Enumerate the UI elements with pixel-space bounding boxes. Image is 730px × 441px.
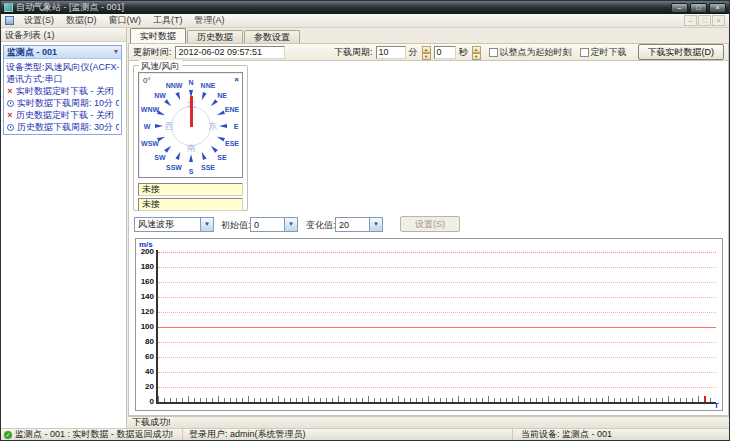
device-info-line: 设备类型:风速风向仪(ACFX-4) xyxy=(6,61,119,73)
x-axis-label: T xyxy=(714,402,719,410)
gridline-120 xyxy=(158,312,716,313)
child-minimize-icon[interactable]: – xyxy=(684,15,697,26)
device-card-body: 设备类型:风速风向仪(ACFX-4) 通讯方式:串口 × 实时数据定时下载 - … xyxy=(4,59,121,135)
y-axis xyxy=(156,250,158,404)
history-period-text: 历史数据下载周期: 30分 0秒 xyxy=(17,121,119,133)
change-value-select[interactable]: 20 ▼ xyxy=(335,217,383,232)
wind-speed-field: 未接 xyxy=(138,183,243,196)
wind-direction-field: 未接 xyxy=(138,198,243,211)
minutes-unit-label: 分 xyxy=(409,46,418,59)
chevron-down-icon[interactable]: ▼ xyxy=(284,218,297,231)
compass-point-label: WSW xyxy=(141,140,159,147)
compass-point-label: WNW xyxy=(141,106,159,113)
clock-icon xyxy=(7,100,14,107)
maximize-button[interactable]: □ xyxy=(690,3,707,13)
device-info-line: 历史数据下载周期: 30分 0秒 xyxy=(6,121,119,133)
cardinal-west-label: 西 xyxy=(165,120,174,133)
device-list-panel: 设备列表 (1) 监测点 - 001 ▾ 设备类型:风速风向仪(ACFX-4) … xyxy=(1,28,127,428)
chevron-down-icon[interactable]: ▼ xyxy=(200,218,213,231)
y-tick-label: 60 xyxy=(136,352,154,361)
child-close-icon[interactable]: × xyxy=(712,15,725,26)
collapse-icon[interactable]: ▾ xyxy=(114,47,118,57)
gridline-80 xyxy=(158,342,716,343)
menu-window[interactable]: 窗口(W) xyxy=(103,14,148,27)
x-axis xyxy=(156,402,716,404)
checkbox-icon[interactable] xyxy=(489,48,498,57)
compass-point-label: SSE xyxy=(201,164,215,171)
download-period-label: 下载周期: xyxy=(334,46,373,59)
download-realtime-button[interactable]: 下载实时数据(D) xyxy=(638,44,725,60)
title-bar: 自动气象站 - [监测点 - 001] – □ × xyxy=(1,1,729,14)
menu-settings[interactable]: 设置(S) xyxy=(18,14,60,27)
compass-point-label: SW xyxy=(154,154,165,161)
compass-point-label: NNE xyxy=(201,82,216,89)
seconds-input[interactable]: 0 xyxy=(434,46,456,59)
toolbar: 更新时间: 2012-06-02 09:57:51 下载周期: 10 分 ▲ ▼… xyxy=(128,43,729,61)
logged-in-user: 登录用户: admin(系统管理员) xyxy=(183,429,513,440)
gridline-140 xyxy=(158,297,716,298)
compass-point-label: E xyxy=(234,123,239,130)
update-time-label: 更新时间: xyxy=(133,46,172,59)
status-bar: ✓ 监测点 - 001 : 实时数据 - 数据返回成功! 登录用户: admin… xyxy=(1,428,729,440)
waveform-select[interactable]: 风速波形 ▼ xyxy=(134,217,214,232)
seconds-stepper[interactable]: ▲ ▼ xyxy=(472,46,481,59)
compass-point-label: ENE xyxy=(225,106,239,113)
device-list-header: 设备列表 (1) xyxy=(1,28,126,42)
compass-point-label: SE xyxy=(217,154,226,161)
child-window-icon xyxy=(5,16,14,25)
tab-strip: 实时数据 历史数据 参数设置 xyxy=(128,28,729,43)
compass-point-label: N xyxy=(188,79,193,86)
spin-up-icon[interactable]: ▲ xyxy=(472,46,481,53)
initial-value-select[interactable]: 0 ▼ xyxy=(250,217,298,232)
menu-data[interactable]: 数据(D) xyxy=(60,14,103,27)
status-message-section: ✓ 监测点 - 001 : 实时数据 - 数据返回成功! xyxy=(1,429,183,440)
x-mark-icon: × xyxy=(6,110,14,120)
settings-button[interactable]: 设置(S) xyxy=(400,216,460,232)
compass-point-label: NNW xyxy=(166,82,183,89)
minimize-button[interactable]: – xyxy=(671,3,688,13)
y-tick-label: 120 xyxy=(136,307,154,316)
minutes-input[interactable]: 10 xyxy=(376,46,406,59)
change-value-label: 变化值: xyxy=(306,218,336,232)
status-message: 监测点 - 001 : 实时数据 - 数据返回成功! xyxy=(15,428,173,441)
start-on-hour-checkbox[interactable]: 以整点为起始时刻 xyxy=(489,46,572,59)
device-info-line: × 历史数据定时下载 - 关闭 xyxy=(6,109,119,121)
change-value-select-value: 20 xyxy=(336,220,369,230)
success-check-icon: ✓ xyxy=(4,431,12,439)
device-card-header[interactable]: 监测点 - 001 ▾ xyxy=(4,46,121,59)
tab-realtime-data[interactable]: 实时数据 xyxy=(130,28,186,43)
spin-down-icon[interactable]: ▼ xyxy=(472,53,481,60)
cardinal-east-label: 东 xyxy=(209,120,218,133)
realtime-period-text: 实时数据下载周期: 10分 0秒 xyxy=(17,97,119,109)
y-tick-label: 180 xyxy=(136,262,154,271)
device-info-line: × 实时数据定时下载 - 关闭 xyxy=(6,85,119,97)
tab-history-data[interactable]: 历史数据 xyxy=(187,30,243,43)
seconds-unit-label: 秒 xyxy=(459,46,468,59)
child-restore-icon[interactable]: □ xyxy=(698,15,711,26)
y-tick-label: 20 xyxy=(136,382,154,391)
initial-value-label: 初始值: xyxy=(221,218,251,232)
close-button[interactable]: × xyxy=(709,3,726,13)
wind-groupbox: 风速/风向 0° × 北 东 南 西 N NNE NE ENE E ESE SE xyxy=(133,65,248,211)
minutes-stepper[interactable]: ▲ ▼ xyxy=(422,46,431,59)
compass-point-label: SSW xyxy=(166,164,182,171)
device-info-line: 通讯方式:串口 xyxy=(6,73,119,85)
gridline-20 xyxy=(158,387,716,388)
wind-speed-chart: m/s 200 180 160 140 120 100 80 60 40 20 … xyxy=(135,238,723,411)
compass-needle-icon xyxy=(190,96,193,127)
menu-admin[interactable]: 管理(A) xyxy=(189,14,231,27)
update-time-field: 2012-06-02 09:57:51 xyxy=(175,46,285,59)
device-type-text: 设备类型:风速风向仪(ACFX-4) xyxy=(6,61,119,73)
tab-parameter-settings[interactable]: 参数设置 xyxy=(244,30,300,43)
spin-up-icon[interactable]: ▲ xyxy=(422,46,431,53)
device-card[interactable]: 监测点 - 001 ▾ 设备类型:风速风向仪(ACFX-4) 通讯方式:串口 ×… xyxy=(3,45,122,135)
chevron-down-icon[interactable]: ▼ xyxy=(369,218,382,231)
spin-down-icon[interactable]: ▼ xyxy=(422,53,431,60)
y-tick-label: 0 xyxy=(136,397,154,406)
timed-download-checkbox[interactable]: 定时下载 xyxy=(580,46,627,59)
main-panel: 实时数据 历史数据 参数设置 更新时间: 2012-06-02 09:57:51… xyxy=(128,28,729,428)
menu-tools[interactable]: 工具(T) xyxy=(147,14,189,27)
y-tick-label: 140 xyxy=(136,292,154,301)
app-icon xyxy=(4,3,13,12)
checkbox-icon[interactable] xyxy=(580,48,589,57)
